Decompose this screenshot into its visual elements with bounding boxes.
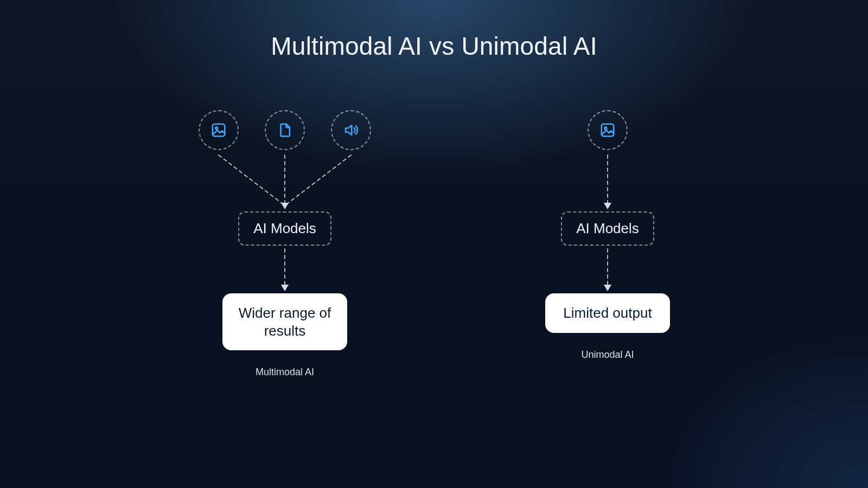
svg-rect-8 <box>602 124 614 137</box>
converging-connectors <box>198 152 372 211</box>
svg-rect-0 <box>213 124 225 137</box>
unimodal-inputs <box>588 108 628 152</box>
unimodal-down-arrow <box>602 246 613 293</box>
svg-marker-13 <box>604 285 611 291</box>
single-connector <box>575 152 640 211</box>
svg-point-1 <box>215 127 218 129</box>
diagram-root: AI Models Wider range of results Multimo… <box>0 108 868 378</box>
svg-point-9 <box>604 127 607 129</box>
multimodal-column: AI Models Wider range of results Multimo… <box>198 108 372 378</box>
unimodal-caption: Unimodal AI <box>581 349 634 361</box>
page-title: Multimodal AI vs Unimodal AI <box>0 31 868 61</box>
input-node-image-single <box>588 110 628 150</box>
svg-marker-5 <box>281 203 289 209</box>
unimodal-output-box: Limited output <box>545 293 670 333</box>
svg-line-2 <box>219 155 283 204</box>
multimodal-model-box: AI Models <box>238 211 331 246</box>
audio-icon <box>343 122 359 138</box>
input-node-image <box>199 110 239 150</box>
image-icon <box>210 122 227 138</box>
multimodal-down-arrow <box>279 246 290 293</box>
file-icon <box>277 122 293 138</box>
multimodal-caption: Multimodal AI <box>256 367 314 378</box>
unimodal-column: AI Models Limited output Unimodal AI <box>545 108 670 378</box>
svg-marker-7 <box>281 285 289 291</box>
svg-line-4 <box>287 155 351 204</box>
input-node-file <box>265 110 305 150</box>
svg-marker-11 <box>604 203 611 209</box>
unimodal-model-box: AI Models <box>561 211 654 246</box>
multimodal-output-box: Wider range of results <box>222 293 347 350</box>
multimodal-inputs <box>199 108 371 152</box>
image-icon <box>599 122 616 138</box>
input-node-audio <box>331 110 371 150</box>
